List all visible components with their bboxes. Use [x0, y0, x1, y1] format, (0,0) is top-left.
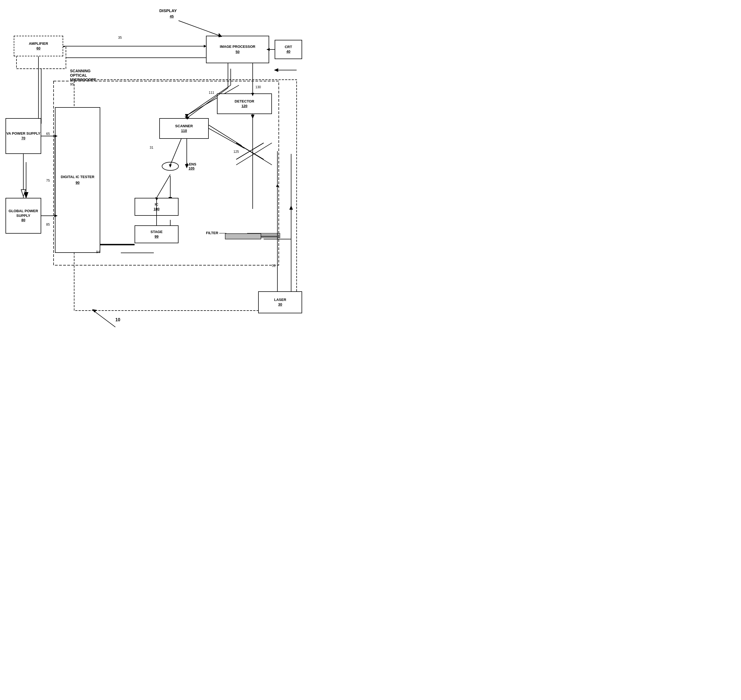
- amplifier-box: AMPLIFIER 60: [14, 36, 63, 56]
- svg-line-46: [209, 128, 244, 149]
- wire-94-label: 94: [96, 250, 100, 254]
- wire-31a-label: 31: [150, 146, 153, 150]
- svg-line-34: [179, 21, 220, 36]
- svg-line-47: [236, 143, 264, 159]
- svg-line-16: [209, 125, 242, 146]
- va-power-supply-box: VA POWER SUPPLY 70: [6, 118, 41, 154]
- global-power-supply-box: GLOBAL POWER SUPPLY 80: [6, 198, 41, 234]
- wire-35-label: 35: [118, 36, 122, 40]
- svg-rect-0: [74, 80, 296, 310]
- detector-box: DETECTOR 120: [217, 93, 272, 114]
- svg-point-32: [162, 162, 179, 171]
- wire-85-label: 85: [46, 223, 50, 226]
- wire-130-label: 130: [255, 85, 261, 89]
- crt-box: CRT 40: [274, 40, 302, 59]
- wire-111-label: 111: [209, 91, 214, 94]
- wire-65-label: 65: [46, 132, 50, 136]
- lens-label: LENS105: [187, 162, 197, 171]
- scanner-box: SCANNER 110: [159, 118, 209, 139]
- svg-marker-18: [290, 206, 292, 209]
- display-label: DISPLAY: [159, 8, 177, 13]
- svg-marker-23: [24, 193, 28, 198]
- wire-75-label: 75: [46, 179, 50, 182]
- svg-marker-50: [276, 184, 279, 187]
- svg-marker-5: [251, 115, 254, 118]
- system-number: 10: [115, 318, 120, 322]
- svg-marker-7: [185, 114, 188, 118]
- svg-line-29: [236, 143, 272, 165]
- digital-ic-tester-box: DIGITAL IC TESTER 90: [55, 107, 100, 253]
- som-label: SCANNINGOPTICALMICROSCOPE95: [70, 69, 97, 86]
- filter-label: FILTER ——: [206, 231, 226, 235]
- laser-box: LASER 30: [258, 291, 302, 313]
- svg-line-28: [236, 143, 272, 165]
- svg-marker-67: [92, 309, 97, 312]
- wire-125-label: 125: [233, 150, 239, 154]
- svg-line-55: [157, 175, 170, 198]
- display-number: 45: [170, 14, 173, 18]
- stage-box: STAGE 99: [135, 225, 179, 243]
- lens-symbol: [159, 159, 181, 173]
- ic-box: IC 100: [135, 198, 179, 216]
- wire-31b-label: 31: [272, 264, 276, 268]
- diagram: DISPLAY 45 IMAGE PROCESSOR 50 CRT 40 AMP…: [0, 0, 371, 350]
- filter-symbol: [247, 233, 280, 238]
- svg-marker-9: [274, 69, 278, 72]
- svg-marker-60: [21, 190, 25, 197]
- svg-line-48: [236, 143, 264, 159]
- image-processor-box: IMAGE PROCESSOR 50: [206, 36, 269, 63]
- svg-line-66: [93, 310, 115, 327]
